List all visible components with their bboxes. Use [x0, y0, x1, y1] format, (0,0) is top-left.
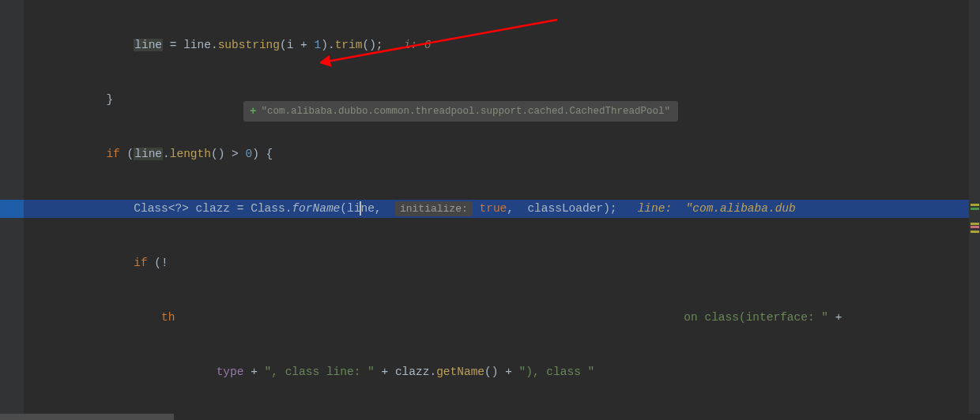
marker-error[interactable]: [971, 226, 979, 228]
plus-icon: +: [250, 105, 256, 118]
debug-value-tooltip[interactable]: + "com.alibaba.dubbo.common.threadpool.s…: [243, 101, 678, 122]
tooltip-text: "com.alibaba.dubbo.common.threadpool.sup…: [261, 106, 670, 117]
code-editor[interactable]: line = line.substring(i + 1).trim(); i: …: [0, 0, 980, 420]
current-line: Class<?> clazz = Class.forName(line, ini…: [24, 200, 969, 218]
scrollbar-thumb[interactable]: [0, 414, 174, 420]
parameter-hint: initialize:: [395, 201, 473, 216]
horizontal-scrollbar[interactable]: [0, 414, 980, 420]
svg-line-0: [326, 20, 557, 62]
marker-warning[interactable]: [971, 204, 979, 206]
inline-debug-hint: line: "com.alibaba.dub: [638, 202, 796, 215]
marker-warning[interactable]: [971, 223, 979, 225]
marker-warning[interactable]: [971, 231, 979, 233]
annotation-arrow: [320, 17, 565, 73]
code-line: if (line.length() > 0) {: [24, 145, 969, 163]
code-line: th on class(interface: " +: [24, 309, 969, 327]
code-line: if (!: [24, 254, 969, 272]
error-stripe[interactable]: [969, 0, 980, 420]
marker-ok[interactable]: [971, 208, 979, 210]
code-line: type + ", class line: " + clazz.getName(…: [24, 363, 969, 381]
